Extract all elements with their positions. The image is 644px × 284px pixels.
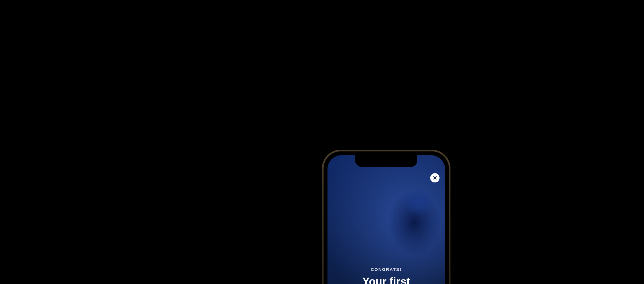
close-icon: ✕ [433, 175, 437, 181]
achievement-title: Your first Achievement [338, 275, 435, 284]
phone-achievement: ✕ CONGRATS! Your first Achievement To sh… [322, 150, 450, 284]
close-button[interactable]: ✕ [430, 173, 440, 183]
congrats-label: CONGRATS! [338, 267, 435, 272]
